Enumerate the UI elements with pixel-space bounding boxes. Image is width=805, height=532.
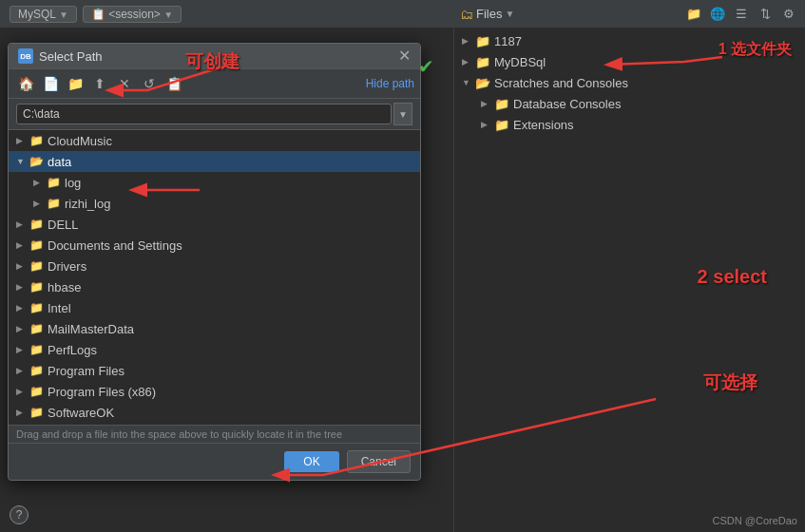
toolbar-newfile-btn[interactable]: 📄 bbox=[39, 72, 62, 95]
toolbar-copy-btn[interactable]: 📋 bbox=[163, 72, 185, 95]
files-dropdown-arrow[interactable]: ▼ bbox=[505, 9, 514, 19]
dialog-hint: Drag and drop a file into the space abov… bbox=[9, 425, 420, 443]
folder-icon-perflogs: 📁 bbox=[29, 343, 44, 356]
toolbar-folder-btn[interactable]: 📁 bbox=[683, 4, 704, 25]
arrow-programfiles: ▶ bbox=[16, 366, 29, 375]
arrow-docs: ▶ bbox=[16, 240, 29, 250]
tree-label-extensions: Extensions bbox=[513, 118, 574, 132]
tree-item-mailmaster[interactable]: ▶ 📁 MailMasterData bbox=[9, 318, 420, 339]
tree-item-intel[interactable]: ▶ 📁 Intel bbox=[9, 297, 420, 318]
folder-icon-mydbsql: 📁 bbox=[475, 55, 490, 69]
tree-item-dell[interactable]: ▶ 📁 DELL bbox=[9, 214, 420, 235]
folder-icon-scratches: 📂 bbox=[475, 76, 490, 90]
folder-icon-mailmaster: 📁 bbox=[29, 322, 44, 335]
folder-icon-hbase: 📁 bbox=[29, 280, 44, 294]
toolbar-home-btn[interactable]: 🏠 bbox=[14, 72, 37, 95]
toolbar-sync-btn[interactable]: ⇅ bbox=[755, 4, 776, 25]
arrow-log: ▶ bbox=[33, 178, 47, 187]
arrow-dell: ▶ bbox=[16, 219, 29, 229]
session-badge[interactable]: 📋 <session> ▼ bbox=[83, 6, 182, 23]
arrow-programfiles86: ▶ bbox=[16, 387, 29, 396]
folder-icon-programfiles: 📁 bbox=[29, 364, 44, 377]
tree-item-programfiles[interactable]: ▶ 📁 Program Files bbox=[9, 360, 420, 381]
arrow-cloudmusic: ▶ bbox=[16, 136, 29, 145]
tree-item-data[interactable]: ▼ 📂 data bbox=[9, 151, 420, 172]
select-path-dialog: DB Select Path ✕ 🏠 📄 📁 ⬆ ✕ ↺ 📋 Hide path… bbox=[8, 43, 421, 481]
toolbar-delete-btn[interactable]: ✕ bbox=[113, 72, 136, 95]
arrow-rizhi-log: ▶ bbox=[33, 199, 47, 208]
arrow-data: ▼ bbox=[16, 157, 29, 166]
path-dropdown-btn[interactable]: ▼ bbox=[393, 103, 412, 125]
annotation-create: 可创建 bbox=[185, 49, 240, 74]
checkmark-indicator: ✔ bbox=[418, 55, 434, 78]
folder-icon-1187: 📁 bbox=[475, 34, 490, 48]
arrow-softwareok: ▶ bbox=[16, 408, 29, 417]
folder-icon-docs: 📁 bbox=[29, 238, 44, 252]
tree-label-scratches: Scratches and Consoles bbox=[494, 76, 628, 90]
folder-icon-dell: 📁 bbox=[29, 218, 44, 231]
annotation-choose: 可选择 bbox=[703, 370, 757, 395]
toolbar-list-btn[interactable]: ☰ bbox=[731, 4, 752, 25]
tree-item-cloudmusic[interactable]: ▶ 📁 CloudMusic bbox=[9, 130, 420, 151]
mysql-badge[interactable]: MySQL ▼ bbox=[10, 6, 77, 23]
create-label: 可创建 bbox=[185, 51, 240, 71]
dialog-close-btn[interactable]: ✕ bbox=[398, 48, 411, 64]
tree-arrow-1187: ▶ bbox=[462, 36, 475, 46]
credit-text: CSDN @CoreDao bbox=[713, 515, 797, 526]
tree-item-db-consoles[interactable]: ▶ 📁 Database Consoles bbox=[454, 93, 805, 114]
toolbar-globe-btn[interactable]: 🌐 bbox=[707, 4, 728, 25]
session-bar: MySQL ▼ 📋 <session> ▼ bbox=[0, 0, 453, 28]
toolbar-gear-btn[interactable]: ⚙ bbox=[778, 4, 799, 25]
select-folder-label: 1 选文件夹 bbox=[719, 41, 792, 57]
folder-icon-rizhi-log: 📁 bbox=[47, 197, 61, 210]
tree-item-scratches[interactable]: ▼ 📂 Scratches and Consoles bbox=[454, 72, 805, 93]
toolbar-newfolder-btn[interactable]: 📁 bbox=[64, 72, 86, 95]
arrow-hbase: ▶ bbox=[16, 282, 29, 292]
arrow-drivers: ▶ bbox=[16, 261, 29, 271]
tree-item-rizhi-log[interactable]: ▶ 📁 rizhi_log bbox=[9, 193, 420, 214]
annotation-select-folder: 1 选文件夹 bbox=[719, 40, 792, 60]
folder-icon-extensions: 📁 bbox=[494, 118, 509, 132]
folder-icon-data: 📂 bbox=[29, 155, 44, 168]
tree-arrow-mydbsql: ▶ bbox=[462, 57, 475, 66]
tree-label-db-consoles: Database Consoles bbox=[513, 97, 621, 111]
tree-item-docs[interactable]: ▶ 📁 Documents and Settings bbox=[9, 235, 420, 256]
folder-icon-intel: 📁 bbox=[29, 301, 44, 314]
help-button[interactable]: ? bbox=[10, 505, 29, 524]
cancel-button[interactable]: Cancel bbox=[347, 450, 411, 473]
files-label: Files bbox=[476, 7, 502, 21]
dialog-logo: DB bbox=[18, 48, 33, 64]
tree-item-extensions[interactable]: ▶ 📁 Extensions bbox=[454, 114, 805, 135]
dialog-file-tree: ▶ 📁 CloudMusic ▼ 📂 data ▶ 📁 log ▶ 📁 rizh… bbox=[9, 130, 420, 425]
folder-icon-cloudmusic: 📁 bbox=[29, 134, 44, 147]
tree-arrow-scratches: ▼ bbox=[462, 78, 475, 87]
arrow-intel: ▶ bbox=[16, 303, 29, 313]
tree-label-1187: 1187 bbox=[494, 34, 522, 48]
tree-arrow-extensions: ▶ bbox=[481, 120, 494, 129]
toolbar-up-btn[interactable]: ⬆ bbox=[88, 72, 111, 95]
tree-item-softwareok[interactable]: ▶ 📁 SoftwareOK bbox=[9, 402, 420, 423]
tree-item-drivers[interactable]: ▶ 📁 Drivers bbox=[9, 256, 420, 276]
folder-icon-softwareok: 📁 bbox=[29, 406, 44, 419]
folder-icon-drivers: 📁 bbox=[29, 259, 44, 273]
ok-button[interactable]: OK bbox=[284, 451, 338, 472]
tree-item-perflogs[interactable]: ▶ 📁 PerfLogs bbox=[9, 339, 420, 360]
arrow-perflogs: ▶ bbox=[16, 345, 29, 354]
path-input[interactable] bbox=[16, 104, 392, 124]
path-bar: ▼ bbox=[9, 99, 420, 130]
dialog-buttons: OK Cancel bbox=[9, 443, 420, 480]
hide-path-link[interactable]: Hide path bbox=[366, 77, 414, 90]
tree-item-programfiles86[interactable]: ▶ 📁 Program Files (x86) bbox=[9, 381, 420, 402]
files-folder-icon: 🗂 bbox=[460, 7, 473, 22]
choose-label: 可选择 bbox=[703, 372, 757, 392]
folder-icon-db-consoles: 📁 bbox=[494, 97, 509, 111]
tree-item-hbase[interactable]: ▶ 📁 hbase bbox=[9, 276, 420, 297]
toolbar-refresh-btn[interactable]: ↺ bbox=[138, 72, 161, 95]
folder-icon-log: 📁 bbox=[47, 176, 61, 189]
tree-item-log[interactable]: ▶ 📁 log bbox=[9, 172, 420, 193]
annotation-select: 2 select bbox=[698, 266, 767, 288]
select-label: 2 select bbox=[698, 266, 767, 287]
folder-icon-programfiles86: 📁 bbox=[29, 385, 44, 398]
arrow-mailmaster: ▶ bbox=[16, 324, 29, 333]
tree-label-mydbsql: MyDBSql bbox=[494, 55, 546, 69]
